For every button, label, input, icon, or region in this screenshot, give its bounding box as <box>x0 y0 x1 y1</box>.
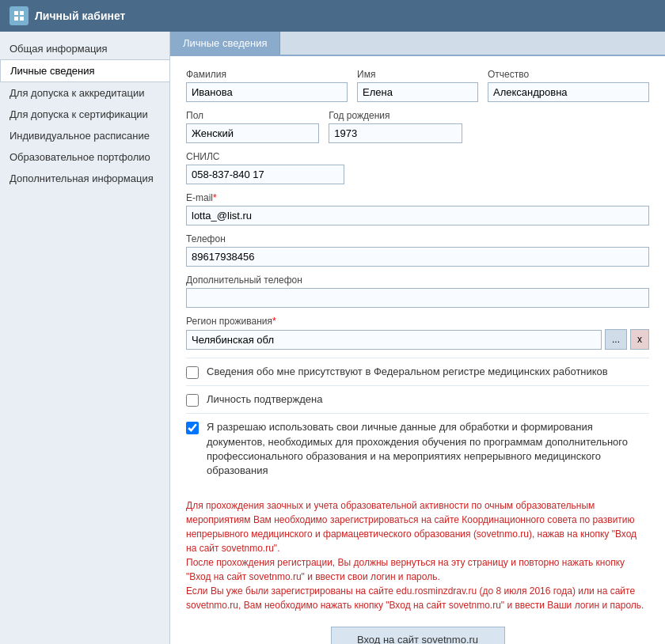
firstname-group: Имя <box>357 69 478 102</box>
snils-label: СНИЛС <box>186 151 344 162</box>
phone-row: Телефон <box>186 233 649 267</box>
region-label: Регион проживания* <box>186 316 649 327</box>
data-consent-row: Я разрешаю использовать свои личные данн… <box>186 413 649 484</box>
snils-row: СНИЛС <box>186 151 649 184</box>
region-input[interactable] <box>186 330 602 350</box>
middlename-label: Отчество <box>488 69 649 80</box>
email-row: E-mail* <box>186 192 649 225</box>
phone2-group: Дополнительный телефон <box>186 275 649 308</box>
sidebar-item-additional[interactable]: Дополнительная информация <box>0 168 169 189</box>
tab-bar: Личные сведения <box>170 32 665 56</box>
svg-rect-0 <box>14 11 18 15</box>
info-text: Для прохождения заочных и учета образова… <box>186 492 649 619</box>
phone-input[interactable] <box>186 247 649 267</box>
phone2-row: Дополнительный телефон <box>186 275 649 308</box>
birthyear-group: Год рождения <box>329 110 462 143</box>
snils-input[interactable] <box>186 165 344 184</box>
middlename-group: Отчество <box>488 69 649 102</box>
sidebar-item-general[interactable]: Общая информация <box>0 38 169 59</box>
name-row: Фамилия Имя Отчество <box>186 69 649 102</box>
identity-confirmed-label: Личность подтверждена <box>207 392 322 407</box>
content-area: Личные сведения Фамилия Имя <box>170 32 665 644</box>
cabinet-icon <box>10 6 28 25</box>
form-content: Фамилия Имя Отчество По <box>170 56 665 644</box>
lastname-group: Фамилия <box>186 69 348 102</box>
birthyear-label: Год рождения <box>329 110 462 121</box>
sidebar-item-certification[interactable]: Для допуска к сертификации <box>0 104 169 125</box>
sidebar-item-schedule[interactable]: Индивидуальное расписание <box>0 125 169 146</box>
federal-registry-checkbox[interactable] <box>186 366 199 379</box>
email-group: E-mail* <box>186 192 649 225</box>
info-text-content: Для прохождения заочных и учета образова… <box>186 500 644 611</box>
sidebar: Общая информация Личные сведения Для доп… <box>0 32 170 644</box>
data-consent-label: Я разрешаю использовать свои личные данн… <box>207 420 649 478</box>
birthyear-input[interactable] <box>329 123 462 143</box>
region-row: Регион проживания* ... x <box>186 316 649 350</box>
federal-registry-row: Сведения обо мне присутствуют в Федераль… <box>186 358 649 385</box>
header-title: Личный кабинет <box>35 9 125 22</box>
gender-input[interactable] <box>186 123 319 143</box>
sidebar-item-accreditation[interactable]: Для допуска к аккредитации <box>0 82 169 104</box>
gender-group: Пол <box>186 110 319 143</box>
svg-rect-3 <box>20 17 24 21</box>
phone2-label: Дополнительный телефон <box>186 275 649 286</box>
email-input[interactable] <box>186 206 649 225</box>
svg-rect-1 <box>20 11 24 15</box>
region-input-group: ... x <box>186 329 649 350</box>
email-label: E-mail* <box>186 192 649 203</box>
submit-button[interactable]: Вход на сайт sovetnmo.ru <box>331 627 505 644</box>
snils-group: СНИЛС <box>186 151 344 184</box>
region-input-wrapper <box>186 330 602 350</box>
tab-personal[interactable]: Личные сведения <box>170 32 280 55</box>
phone2-input[interactable] <box>186 288 649 308</box>
phone-group: Телефон <box>186 233 649 267</box>
app-header: Личный кабинет <box>0 0 665 32</box>
region-dots-button[interactable]: ... <box>605 329 627 350</box>
region-clear-button[interactable]: x <box>630 329 649 350</box>
federal-registry-label: Сведения обо мне присутствуют в Федераль… <box>207 365 608 379</box>
firstname-input[interactable] <box>357 82 478 102</box>
sidebar-item-portfolio[interactable]: Образовательное портфолио <box>0 146 169 168</box>
main-layout: Общая информация Личные сведения Для доп… <box>0 32 665 644</box>
phone-label: Телефон <box>186 233 649 244</box>
lastname-input[interactable] <box>186 82 348 102</box>
identity-confirmed-checkbox[interactable] <box>186 394 199 407</box>
region-group: Регион проживания* ... x <box>186 316 649 350</box>
spacer <box>472 110 649 143</box>
data-consent-checkbox[interactable] <box>186 422 199 434</box>
middlename-input[interactable] <box>488 82 649 102</box>
svg-rect-2 <box>14 17 18 21</box>
gender-birth-row: Пол Год рождения <box>186 110 649 143</box>
app-container: Личный кабинет Общая информация Личные с… <box>0 0 665 644</box>
firstname-label: Имя <box>357 69 478 80</box>
sidebar-item-personal[interactable]: Личные сведения <box>0 59 169 82</box>
identity-confirmed-row: Личность подтверждена <box>186 385 649 413</box>
lastname-label: Фамилия <box>186 69 348 80</box>
gender-label: Пол <box>186 110 319 121</box>
